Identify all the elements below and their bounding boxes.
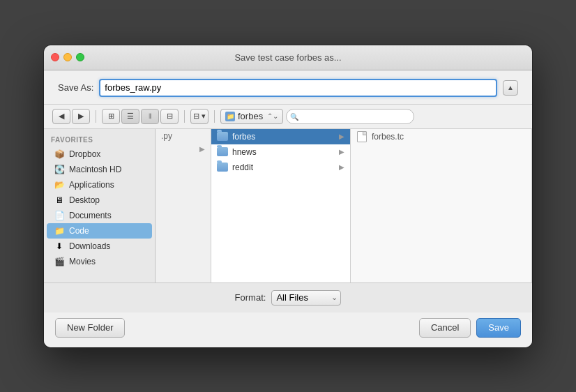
sidebar-item-documents[interactable]: 📄 Documents xyxy=(47,208,152,223)
location-selector[interactable]: 📁 forbes ⌃⌄ xyxy=(220,109,283,124)
file-label-reddit: reddit xyxy=(232,163,335,172)
format-select[interactable]: All Files Python Files Text Files xyxy=(271,290,341,306)
sidebar-item-downloads[interactable]: ⬇ Downloads xyxy=(47,239,152,254)
sidebar-item-dropbox[interactable]: 📦 Dropbox xyxy=(47,146,152,162)
sidebar-label-desktop: Desktop xyxy=(69,195,100,205)
prev-item[interactable]: .py xyxy=(156,129,211,143)
arrange-button[interactable]: ⊟ ▾ xyxy=(190,109,209,124)
sidebar-label-downloads: Downloads xyxy=(69,241,110,251)
file-label-forbes: forbes xyxy=(232,132,335,142)
location-name: forbes xyxy=(238,111,263,121)
toolbar-separator-1 xyxy=(96,110,96,123)
desktop-icon: 🖥 xyxy=(54,195,65,206)
sidebar-label-applications: Applications xyxy=(69,180,114,190)
file-label-forbes-tc: forbes.tc xyxy=(372,132,526,142)
sidebar-label-documents: Documents xyxy=(69,211,112,220)
forward-button[interactable]: ▶ xyxy=(72,109,90,124)
minimize-button[interactable] xyxy=(63,53,72,61)
file-item-forbes[interactable]: forbes ▶ xyxy=(211,129,350,144)
expand-button[interactable]: ▲ xyxy=(503,80,518,96)
detail-column: forbes.tc xyxy=(351,129,532,282)
save-dialog: Save test case forbes as... Save As: ▲ ◀… xyxy=(44,45,532,347)
prev-arrow: ▶ xyxy=(156,143,211,155)
reddit-folder-icon xyxy=(217,162,228,173)
sidebar-item-code[interactable]: 📁 Code xyxy=(47,223,152,239)
code-icon: 📁 xyxy=(54,225,65,236)
movies-icon: 🎬 xyxy=(54,256,65,267)
file-item-hnews[interactable]: hnews ▶ xyxy=(211,144,350,160)
main-column: forbes ▶ hnews ▶ reddit ▶ xyxy=(211,129,351,282)
file-item-forbes-tc[interactable]: forbes.tc xyxy=(351,129,531,144)
close-button[interactable] xyxy=(51,53,59,61)
search-input[interactable] xyxy=(286,109,414,124)
saveas-input[interactable] xyxy=(99,79,497,97)
sidebar-item-desktop[interactable]: 🖥 Desktop xyxy=(47,193,152,208)
format-label: Format: xyxy=(235,292,266,303)
traffic-lights xyxy=(51,53,84,61)
file-arrow-hnews: ▶ xyxy=(339,148,344,156)
applications-icon: 📂 xyxy=(54,179,65,190)
icon-view-button[interactable]: ⊞ xyxy=(102,109,120,124)
forbes-tc-icon xyxy=(356,131,367,142)
sidebar-label-movies: Movies xyxy=(69,257,96,266)
toolbar-separator-3 xyxy=(214,110,215,123)
sidebar: FAVORITES 📦 Dropbox 💽 Macintosh HD 📂 App… xyxy=(44,129,156,282)
list-view-button[interactable]: ☰ xyxy=(121,109,139,124)
search-wrapper xyxy=(286,109,524,124)
save-button[interactable]: Save xyxy=(476,318,521,338)
dropbox-icon: 📦 xyxy=(54,149,65,160)
location-arrows: ⌃⌄ xyxy=(267,112,278,120)
saveas-row: Save As: ▲ xyxy=(44,70,532,104)
sidebar-section-title: FAVORITES xyxy=(44,132,155,146)
file-item-reddit[interactable]: reddit ▶ xyxy=(211,160,350,175)
saveas-label: Save As: xyxy=(58,82,93,93)
sidebar-label-code: Code xyxy=(69,226,89,236)
window-title: Save test case forbes as... xyxy=(234,52,341,63)
sidebar-item-applications[interactable]: 📂 Applications xyxy=(47,177,152,193)
nav-buttons: ◀ ▶ xyxy=(52,109,90,124)
sidebar-label-dropbox: Dropbox xyxy=(69,149,100,159)
main-area: FAVORITES 📦 Dropbox 💽 Macintosh HD 📂 App… xyxy=(44,129,532,282)
cancel-button[interactable]: Cancel xyxy=(419,318,471,338)
format-select-wrapper: All Files Python Files Text Files xyxy=(271,290,341,306)
prev-column: .py ▶ xyxy=(156,129,211,282)
sidebar-label-macintosh-hd: Macintosh HD xyxy=(69,165,121,174)
view-buttons: ⊞ ☰ ⦀ ⊟ xyxy=(102,109,179,124)
format-bar: Format: All Files Python Files Text File… xyxy=(44,282,532,312)
file-arrow-forbes: ▶ xyxy=(339,133,344,140)
coverflow-view-button[interactable]: ⊟ xyxy=(160,109,179,124)
right-buttons: Cancel Save xyxy=(419,318,521,338)
buttons-bar: New Folder Cancel Save xyxy=(44,312,532,347)
toolbar: ◀ ▶ ⊞ ☰ ⦀ ⊟ ⊟ ▾ 📁 forbes ⌃⌄ xyxy=(44,104,532,129)
hnews-folder-icon xyxy=(217,146,228,158)
file-browser: .py ▶ forbes ▶ hnews ▶ xyxy=(156,129,532,282)
file-label-hnews: hnews xyxy=(232,147,335,157)
toolbar-separator-2 xyxy=(184,110,185,123)
sidebar-item-macintosh-hd[interactable]: 💽 Macintosh HD xyxy=(47,162,152,177)
maximize-button[interactable] xyxy=(76,53,84,61)
file-arrow-reddit: ▶ xyxy=(339,163,344,171)
new-folder-button[interactable]: New Folder xyxy=(55,318,125,338)
documents-icon: 📄 xyxy=(54,210,65,221)
titlebar: Save test case forbes as... xyxy=(44,45,532,70)
column-view-button[interactable]: ⦀ xyxy=(141,109,159,124)
sidebar-item-movies[interactable]: 🎬 Movies xyxy=(47,254,152,269)
location-folder-icon: 📁 xyxy=(225,112,235,121)
back-button[interactable]: ◀ xyxy=(52,109,70,124)
forbes-folder-icon xyxy=(217,131,228,142)
macintosh-hd-icon: 💽 xyxy=(54,164,65,175)
downloads-icon: ⬇ xyxy=(54,241,65,252)
